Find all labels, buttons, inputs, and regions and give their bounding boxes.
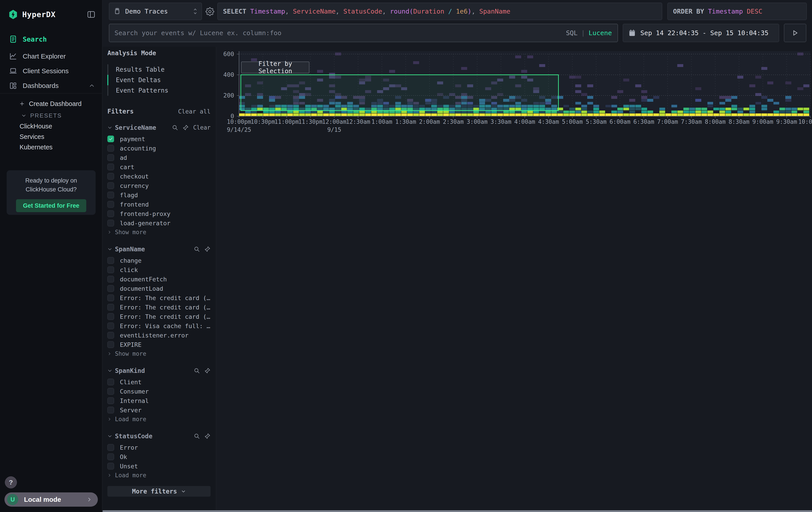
filter-show-more[interactable]: Show more (107, 349, 210, 358)
filter-option-unset[interactable]: Unset (107, 461, 210, 471)
checkbox[interactable] (107, 257, 114, 264)
filter-option-error-the-credit-card-[interactable]: Error: The credit card (… (107, 312, 210, 321)
date-range-picker[interactable]: Sep 14 22:04:35 - Sep 15 10:04:35 (623, 24, 779, 42)
checkbox[interactable] (107, 388, 114, 395)
filter-option-checkout[interactable]: checkout (107, 172, 210, 181)
filter-group-clear[interactable]: Clear (193, 124, 210, 131)
collapse-sidebar-icon[interactable] (86, 10, 96, 19)
search-icon[interactable] (194, 433, 200, 439)
checkbox[interactable] (107, 379, 114, 385)
search-icon[interactable] (194, 246, 200, 252)
clear-all-filters[interactable]: Clear all (178, 108, 210, 115)
filter-option-consumer[interactable]: Consumer (107, 387, 210, 396)
checkbox[interactable] (107, 341, 114, 348)
filter-option-click[interactable]: click (107, 265, 210, 274)
chevron-down-icon[interactable] (107, 368, 112, 373)
more-filters-button[interactable]: More filters (107, 486, 210, 496)
analysis-mode-results-table[interactable]: Results Table (108, 64, 210, 75)
filter-option-documentfetch[interactable]: documentFetch (107, 274, 210, 284)
help-button[interactable]: ? (5, 476, 17, 488)
filter-option-cart[interactable]: cart (107, 162, 210, 172)
presets-toggle[interactable]: PRESETS (0, 110, 102, 121)
filter-option-payment[interactable]: payment (107, 134, 210, 143)
analysis-mode-event-deltas[interactable]: Event Deltas (107, 75, 210, 85)
chevron-down-icon[interactable] (107, 125, 112, 130)
chevron-down-icon[interactable] (107, 434, 112, 438)
checkbox[interactable] (107, 304, 114, 311)
checkbox[interactable] (107, 313, 114, 320)
pin-icon[interactable] (182, 125, 189, 131)
filter-option-load-generator[interactable]: load-generator (107, 218, 210, 228)
filter-option-frontend-proxy[interactable]: frontend-proxy (107, 209, 210, 218)
filter-option-eventlistener-error[interactable]: eventListener.error (107, 330, 210, 340)
sql-toggle[interactable]: SQL (566, 29, 577, 37)
checkbox[interactable] (107, 454, 114, 460)
sidebar-item-chart-explorer[interactable]: Chart Explorer (0, 49, 102, 63)
filter-option-documentload[interactable]: documentLoad (107, 284, 210, 293)
checkbox[interactable] (107, 444, 114, 451)
local-mode-button[interactable]: U Local mode (4, 492, 98, 507)
filter-option-change[interactable]: change (107, 256, 210, 265)
pin-icon[interactable] (204, 368, 210, 374)
search-input[interactable]: Search your events w/ Lucene ex. column:… (109, 24, 618, 42)
checkbox[interactable] (107, 285, 114, 292)
checkbox[interactable] (107, 220, 114, 226)
filter-by-selection-button[interactable]: Filter by Selection (241, 62, 309, 73)
checkbox[interactable] (107, 397, 114, 404)
checkbox[interactable] (107, 276, 114, 282)
preset-item-clickhouse[interactable]: ClickHouse (0, 121, 102, 132)
filter-show-more[interactable]: Show more (107, 228, 210, 237)
filter-option-client[interactable]: Client (107, 377, 210, 387)
filter-option-error-the-credit-card-[interactable]: Error: The credit card (… (107, 302, 210, 312)
checkbox[interactable] (107, 145, 114, 152)
checkbox[interactable] (107, 136, 114, 142)
checkbox[interactable] (107, 266, 114, 273)
filter-option-error-the-credit-card-[interactable]: Error: The credit card (… (107, 293, 210, 302)
checkbox[interactable] (107, 173, 114, 180)
search-icon[interactable] (194, 368, 200, 374)
filter-option-ad[interactable]: ad (107, 153, 210, 162)
filter-option-internal[interactable]: Internal (107, 396, 210, 405)
selection-region[interactable] (241, 75, 558, 110)
filter-option-accounting[interactable]: accounting (107, 143, 210, 153)
order-by-input[interactable]: ORDER BY Timestamp DESC (667, 3, 807, 20)
horizontal-scrollbar[interactable] (103, 510, 812, 512)
events-heatmap-chart[interactable]: 020040060010:00pm10:30pm11:00pm11:30pm12… (217, 47, 812, 140)
checkbox[interactable] (107, 332, 114, 339)
checkbox[interactable] (107, 295, 114, 301)
filter-option-expire[interactable]: EXPIRE (107, 340, 210, 349)
sidebar-item-client-sessions[interactable]: Client Sessions (0, 64, 102, 78)
checkbox[interactable] (107, 210, 114, 217)
gear-icon[interactable] (205, 7, 214, 16)
create-dashboard-button[interactable]: Create Dashboard (0, 99, 102, 109)
filter-option-error-visa-cache-full-[interactable]: Error: Visa cache full: … (107, 321, 210, 330)
lucene-toggle[interactable]: Lucene (588, 29, 612, 37)
sidebar-item-search[interactable]: Search (0, 32, 102, 46)
sidebar-item-dashboards[interactable]: Dashboards (0, 79, 102, 92)
chevron-down-icon[interactable] (107, 247, 112, 251)
checkbox[interactable] (107, 154, 114, 161)
filter-load-more[interactable]: Load more (107, 415, 210, 424)
checkbox[interactable] (107, 182, 114, 189)
filter-load-more[interactable]: Load more (107, 471, 210, 480)
checkbox[interactable] (107, 192, 114, 198)
checkbox[interactable] (107, 463, 114, 469)
filter-option-currency[interactable]: currency (107, 181, 210, 190)
filter-option-ok[interactable]: Ok (107, 452, 210, 461)
search-icon[interactable] (172, 125, 178, 131)
checkbox[interactable] (107, 164, 114, 170)
checkbox[interactable] (107, 201, 114, 208)
filter-option-frontend[interactable]: frontend (107, 200, 210, 209)
pin-icon[interactable] (204, 433, 210, 439)
preset-item-services[interactable]: Services (0, 131, 102, 142)
run-query-button[interactable] (784, 24, 806, 42)
checkbox[interactable] (107, 323, 114, 329)
get-started-button[interactable]: Get Started for Free (16, 199, 86, 212)
analysis-mode-event-patterns[interactable]: Event Patterns (108, 85, 210, 96)
checkbox[interactable] (107, 407, 114, 413)
pin-icon[interactable] (204, 246, 210, 252)
source-select[interactable]: Demo Traces (109, 3, 202, 20)
filter-option-server[interactable]: Server (107, 405, 210, 415)
preset-item-kubernetes[interactable]: Kubernetes (0, 142, 102, 153)
select-query-input[interactable]: SELECT Timestamp, ServiceName, StatusCod… (218, 3, 662, 20)
